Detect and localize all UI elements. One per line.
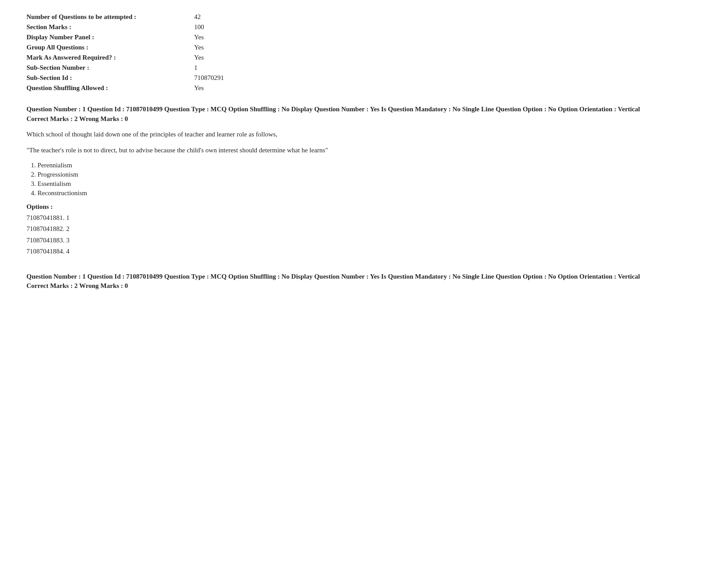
info-row: Display Number Panel :Yes [26,34,702,41]
info-row: Sub-Section Id :710870291 [26,74,702,82]
quoted-text-1: "The teacher's role is not to direct, bu… [26,145,702,155]
info-label: Display Number Panel : [26,34,194,41]
question-marks-1: Correct Marks : 2 Wrong Marks : 0 [26,115,702,123]
question-marks-2: Correct Marks : 2 Wrong Marks : 0 [26,282,702,290]
options-ids-1: 71087041881. 171087041882. 271087041883.… [26,212,702,257]
info-label: Section Marks : [26,23,194,31]
info-row: Question Shuffling Allowed :Yes [26,84,702,92]
info-value: 42 [194,13,201,21]
info-label: Group All Questions : [26,44,194,51]
info-row: Group All Questions :Yes [26,44,702,51]
option-item: 4. Reconstructionism [31,189,702,197]
info-row: Sub-Section Number :1 [26,64,702,72]
info-row: Section Marks :100 [26,23,702,31]
options-label-1: Options : [26,203,702,211]
info-value: Yes [194,84,204,92]
question-text-1: Which school of thought laid down one of… [26,129,702,140]
option-id: 71087041882. 2 [26,223,702,235]
question-meta-1: Question Number : 1 Question Id : 710870… [26,104,702,114]
info-value: Yes [194,44,204,51]
info-value: 710870291 [194,74,224,82]
info-value: 1 [194,64,198,72]
option-id: 71087041883. 3 [26,235,702,246]
info-label: Mark As Answered Required? : [26,54,194,61]
info-row: Mark As Answered Required? :Yes [26,54,702,61]
question-block-2: Question Number : 1 Question Id : 710870… [26,272,702,290]
question-block-1: Question Number : 1 Question Id : 710870… [26,104,702,257]
option-id: 71087041881. 1 [26,212,702,224]
options-list-1: 1. Perennialism2. Progressionism3. Essen… [26,162,702,197]
option-item: 2. Progressionism [31,171,702,178]
info-value: Yes [194,34,204,41]
info-label: Sub-Section Number : [26,64,194,72]
option-id: 71087041884. 4 [26,246,702,257]
option-item: 3. Essentialism [31,180,702,188]
info-label: Number of Questions to be attempted : [26,13,194,21]
info-row: Number of Questions to be attempted :42 [26,13,702,21]
question-meta-2: Question Number : 1 Question Id : 710870… [26,272,702,282]
info-value: Yes [194,54,204,61]
option-item: 1. Perennialism [31,162,702,169]
info-label: Sub-Section Id : [26,74,194,82]
info-value: 100 [194,23,204,31]
info-table: Number of Questions to be attempted :42S… [26,13,702,92]
info-label: Question Shuffling Allowed : [26,84,194,92]
